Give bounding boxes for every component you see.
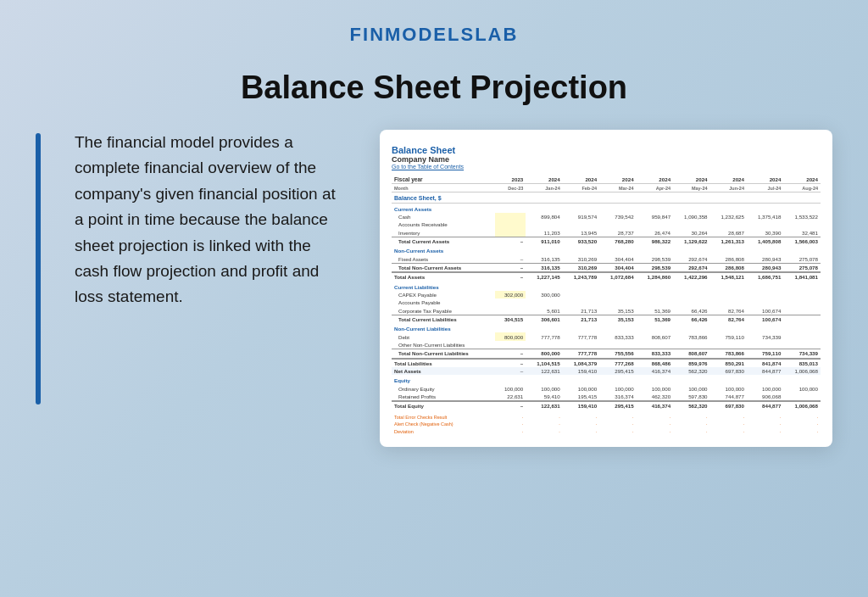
row-fixed-assets: Fixed Assets – 316,135 310,269 304,404 2…: [392, 254, 821, 263]
row-inventory: Inventory 11,203 13,945 28,737 26,474 30…: [392, 228, 821, 237]
ar-mar24: [599, 220, 636, 228]
ar-jul24: [747, 220, 783, 228]
inv-mar24: 28,737: [599, 228, 636, 237]
dev-aug24: ·: [783, 427, 821, 434]
ct-aug24: [783, 306, 821, 315]
rp-mar24: 316,374: [599, 393, 636, 401]
tnca-jun24: 286,808: [710, 263, 747, 272]
left-accent-bar: [36, 133, 41, 405]
month-mar24: Mar-24: [599, 184, 636, 192]
tcl-feb24: 21,713: [563, 315, 599, 323]
ar-jan24: [526, 220, 562, 228]
tl-apr24: 868,486: [637, 359, 673, 367]
cash-jan24: 899,804: [526, 213, 562, 220]
capex-may24: [673, 291, 709, 298]
tnca-apr24: 298,539: [637, 263, 673, 272]
col-jan24: 2024: [526, 175, 562, 184]
oncl-jul24: [747, 341, 783, 349]
oe-jan24: 100,000: [526, 384, 562, 392]
oncl-apr24: [637, 341, 673, 349]
dev-jul24: ·: [747, 427, 783, 434]
ncl-header: Non-Current Liabilities: [392, 323, 495, 332]
ac-jun24: ·: [710, 421, 747, 427]
oe-may24: 100,000: [673, 384, 709, 392]
col-feb24: 2024: [563, 175, 599, 184]
tcl-label: Total Current Liabilities: [392, 315, 495, 323]
tcl-may24: 66,426: [673, 315, 709, 323]
oe-label: Ordinary Equity: [392, 384, 495, 392]
ar-dec23: [495, 220, 526, 228]
month-row: Month Dec-23 Jan-24 Feb-24 Mar-24 Apr-24…: [392, 184, 821, 192]
cash-apr24: 959,847: [637, 213, 673, 220]
row-accounts-receivable: Accounts Receivable: [392, 220, 821, 228]
row-ap: Accounts Payable: [392, 298, 821, 306]
debt-jul24: 734,339: [747, 332, 783, 340]
fiscal-row: Fiscal year 2023 2024 2024 2024 2024 202…: [392, 175, 821, 184]
tcl-jul24: 100,674: [747, 315, 783, 323]
sheet-link[interactable]: Go to the Table of Contents: [392, 164, 821, 170]
rp-aug24: [783, 393, 821, 401]
ta-may24: 1,422,296: [673, 272, 709, 281]
tncl-may24: 808,607: [673, 349, 709, 359]
row-total-current-assets: Total Current Assets – 911,010 933,520 7…: [392, 237, 821, 245]
nca-header: Non-Current Assets: [392, 245, 495, 254]
ec-dec23: ·: [495, 414, 526, 421]
tnca-dec23: –: [495, 263, 526, 272]
debt-aug24: [783, 332, 821, 340]
dev-jun24: ·: [710, 427, 747, 434]
oe-feb24: 100,000: [563, 384, 599, 392]
corptax-label: Corporate Tax Payable: [392, 306, 495, 315]
ec-feb24: ·: [563, 414, 599, 421]
debt-jun24: 759,110: [710, 332, 747, 340]
tncl-dec23: –: [495, 349, 526, 359]
section-equity: Equity: [392, 375, 821, 384]
ap-aug24: [783, 298, 821, 306]
te-jun24: 697,830: [710, 401, 747, 410]
tncl-jul24: 759,110: [747, 349, 783, 359]
fa-jan24: 316,135: [526, 254, 562, 263]
row-total-nca: Total Non-Current Assets – 316,135 310,2…: [392, 263, 821, 272]
fa-dec23: –: [495, 254, 526, 263]
oe-jul24: 100,000: [747, 384, 783, 392]
tl-label: Total Liabilities: [392, 359, 495, 367]
capex-apr24: [637, 291, 673, 298]
ap-may24: [673, 298, 709, 306]
rp-may24: 597,830: [673, 393, 709, 401]
dev-feb24: ·: [563, 427, 599, 434]
ta-dec23: –: [495, 272, 526, 281]
debt-dec23: 800,000: [495, 332, 526, 340]
rp-jan24: 59,410: [526, 393, 562, 401]
fa-label: Fixed Assets: [392, 254, 495, 263]
oe-aug24: 100,000: [783, 384, 821, 392]
section-ncl: Non-Current Liabilities: [392, 323, 821, 332]
tl-feb24: 1,084,379: [563, 359, 599, 367]
oe-dec23: 100,000: [495, 384, 526, 392]
na-mar24: 295,415: [599, 367, 636, 375]
na-jun24: 697,830: [710, 367, 747, 375]
ar-may24: [673, 220, 709, 228]
ec-jul24: ·: [747, 414, 783, 421]
tncl-aug24: 734,339: [783, 349, 821, 359]
current-assets-header: Current Assets: [392, 203, 495, 213]
tca-aug24: 1,566,003: [783, 237, 821, 245]
tcl-dec23: 304,515: [495, 315, 526, 323]
ct-apr24: 51,369: [637, 306, 673, 315]
ac-label: Alert Check (Negative Cash): [392, 421, 495, 427]
fa-aug24: 275,078: [783, 254, 821, 263]
te-aug24: 1,006,068: [783, 401, 821, 410]
fa-jun24: 286,808: [710, 254, 747, 263]
fa-mar24: 304,404: [599, 254, 636, 263]
row-total-equity: Total Equity – 122,631 159,410 295,415 4…: [392, 401, 821, 410]
capex-feb24: [563, 291, 599, 298]
ar-label: Accounts Receivable: [392, 220, 495, 228]
row-corp-tax: Corporate Tax Payable 5,601 21,713 35,15…: [392, 306, 821, 315]
debt-label: Debt: [392, 332, 495, 340]
ac-may24: ·: [673, 421, 709, 427]
row-total-cl: Total Current Liabilities 304,515 306,60…: [392, 315, 821, 323]
cl-header: Current Liabilities: [392, 282, 495, 291]
sheet-company: Company Name: [392, 155, 821, 164]
tncl-jun24: 783,866: [710, 349, 747, 359]
te-jan24: 122,631: [526, 401, 562, 410]
ac-jul24: ·: [747, 421, 783, 427]
na-may24: 562,320: [673, 367, 709, 375]
